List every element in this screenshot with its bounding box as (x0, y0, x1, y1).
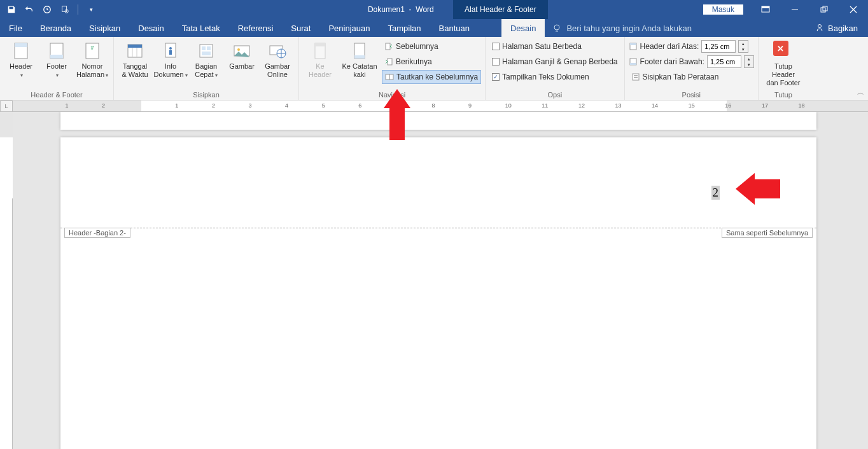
contextual-tab-title: Alat Header & Footer (453, 0, 548, 19)
header-button[interactable]: Header (4, 39, 38, 79)
ribbon-display-icon[interactable] (751, 0, 780, 19)
svg-rect-39 (386, 74, 389, 79)
ruler-mark: 1 (66, 102, 69, 109)
tab-home[interactable]: Beranda (31, 19, 80, 37)
ruler-mark: 2 (102, 102, 105, 109)
ruler-mark: 18 (799, 102, 805, 109)
ruler-mark: 17 (762, 102, 768, 109)
footer-from-bottom-input[interactable] (707, 55, 741, 68)
svg-rect-45 (633, 74, 639, 80)
annotation-arrow-left (736, 173, 780, 205)
link-icon (385, 73, 394, 81)
share-button[interactable]: Bagikan (805, 19, 868, 37)
close-header-footer-button[interactable]: ✕ Tutup Header dan Footer (762, 39, 804, 87)
ruler-mark: 8 (432, 102, 435, 109)
goto-header-button[interactable]: Ke Header (303, 39, 337, 79)
tell-me-search[interactable]: Beri tahu yang ingin Anda lakukan (552, 19, 692, 37)
redo-icon[interactable] (39, 2, 55, 17)
share-icon (815, 24, 824, 32)
group-close: ✕ Tutup Header dan Footer Tutup (759, 37, 808, 100)
title-bar: ▾ Dokumen1 - Word Alat Header & Footer M… (0, 0, 868, 19)
link-to-previous-button[interactable]: Tautkan ke Sebelumnya (382, 70, 481, 84)
tab-help[interactable]: Bantuan (430, 19, 479, 37)
horizontal-ruler[interactable]: 12123456789101112131415161718 (13, 100, 868, 112)
svg-rect-24 (169, 50, 172, 55)
previous-icon (384, 42, 393, 51)
alignment-tab-icon (631, 73, 640, 81)
insert-alignment-tab-button[interactable]: Sisipkan Tab Perataan (629, 70, 754, 84)
sign-in-button[interactable]: Masuk (703, 4, 743, 15)
collapse-ribbon-icon[interactable]: ︿ (857, 88, 864, 97)
tab-design[interactable]: Desain (129, 19, 172, 37)
ruler-mark: 10 (505, 102, 512, 109)
spinner-down-icon[interactable]: ▾ (745, 62, 753, 67)
document-info-button[interactable]: Info Dokumen (153, 39, 188, 79)
online-pictures-button[interactable]: Gambar Online (260, 39, 295, 79)
tab-file[interactable]: File (0, 19, 31, 37)
tab-mailings[interactable]: Surat (282, 19, 319, 37)
page-number-button[interactable]: # Nomor Halaman (75, 39, 109, 79)
window-title: Dokumen1 - Word (99, 5, 703, 14)
quick-parts-button[interactable]: Bagian Cepat (189, 39, 223, 79)
date-time-button[interactable]: Tanggal & Waktu (118, 39, 152, 79)
print-preview-icon[interactable] (57, 2, 73, 17)
previous-section-button[interactable]: Sebelumnya (382, 39, 481, 53)
ruler-mark: 13 (615, 102, 622, 109)
svg-rect-40 (389, 74, 393, 79)
different-odd-even-checkbox[interactable]: Halaman Ganjil & Genap Berbeda (489, 55, 620, 69)
ruler-mark: 15 (689, 102, 695, 109)
different-first-page-checkbox[interactable]: Halaman Satu Berbeda (489, 39, 620, 53)
svg-point-23 (169, 47, 172, 50)
quick-access-toolbar: ▾ (0, 2, 99, 17)
header-top-icon (629, 42, 638, 51)
same-as-previous-tag: Sama seperti Sebelumnya (722, 228, 813, 238)
vertical-ruler[interactable] (0, 112, 13, 449)
header-from-top-input[interactable] (701, 40, 736, 53)
page-previous (60, 112, 816, 130)
tab-layout[interactable]: Tata Letak (173, 19, 229, 37)
tab-review[interactable]: Peninjauan (319, 19, 379, 37)
tab-view[interactable]: Tampilan (379, 19, 430, 37)
svg-rect-26 (202, 46, 206, 50)
svg-point-9 (554, 25, 559, 30)
page-current[interactable]: 2 Header -Bagian 2- Sama seperti Sebelum… (60, 137, 816, 449)
next-icon (384, 57, 393, 66)
document-area[interactable]: 2 Header -Bagian 2- Sama seperti Sebelum… (13, 112, 868, 449)
spinner-down-icon[interactable]: ▾ (739, 46, 748, 52)
svg-point-11 (818, 25, 822, 28)
next-section-button[interactable]: Berikutnya (382, 55, 481, 69)
svg-rect-0 (62, 6, 67, 12)
maximize-icon[interactable] (809, 0, 839, 19)
svg-rect-3 (762, 6, 769, 8)
spinner-up-icon[interactable]: ▴ (745, 56, 753, 62)
ruler-mark: 11 (542, 102, 548, 109)
footer-button[interactable]: Footer (39, 39, 74, 79)
pictures-button[interactable]: Gambar (225, 39, 259, 71)
page-number-text[interactable]: 2 (711, 186, 720, 200)
svg-rect-13 (15, 43, 27, 47)
ruler-mark: 3 (249, 102, 252, 109)
close-icon[interactable] (839, 0, 868, 19)
ruler-mark: 12 (578, 102, 585, 109)
svg-rect-37 (386, 43, 390, 50)
tab-insert[interactable]: Sisipkan (80, 19, 129, 37)
spinner-up-icon[interactable]: ▴ (739, 41, 748, 46)
goto-footer-button[interactable]: Ke Catatan kaki (339, 39, 381, 79)
show-document-text-checkbox[interactable]: ✓Tampilkan Teks Dokumen (489, 70, 620, 84)
tab-header-footer-design[interactable]: Desain (501, 19, 545, 37)
header-from-top-field[interactable]: Header dari Atas: ▴▾ (629, 39, 754, 53)
save-icon[interactable] (4, 2, 19, 17)
svg-rect-15 (50, 55, 63, 59)
footer-from-bottom-field[interactable]: Footer dari Bawah: ▴▾ (629, 55, 754, 69)
tab-references[interactable]: Referensi (229, 19, 283, 37)
svg-rect-38 (388, 59, 392, 65)
svg-rect-36 (354, 55, 365, 59)
minimize-icon[interactable] (780, 0, 809, 19)
svg-text:#: # (90, 45, 94, 51)
undo-icon[interactable] (22, 2, 37, 17)
ruler-mark: 2 (212, 102, 215, 109)
annotation-arrow-up (384, 89, 410, 140)
footer-bottom-icon (629, 57, 638, 66)
ruler-mark: 1 (175, 102, 178, 109)
customize-qat-icon[interactable]: ▾ (83, 2, 99, 17)
